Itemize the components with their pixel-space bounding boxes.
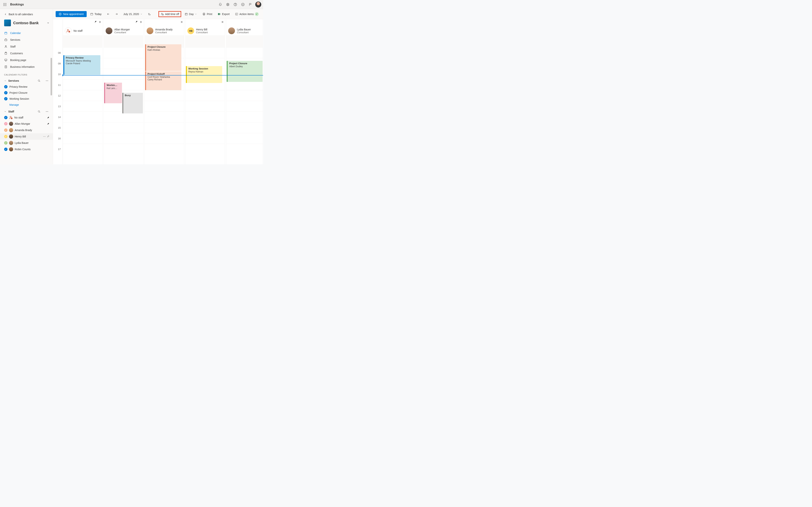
- back-to-calendars-link[interactable]: Back to all calendars: [4, 11, 49, 18]
- svg-point-8: [6, 5, 6, 6]
- person-clock-icon: [160, 12, 164, 16]
- user-avatar[interactable]: [255, 1, 261, 7]
- add-time-off-button[interactable]: Add time off: [158, 11, 181, 17]
- svg-rect-39: [236, 13, 238, 15]
- close-icon[interactable]: ✕: [99, 20, 101, 24]
- staff-filter-henry[interactable]: ✓ Henry Bill ⋯: [0, 133, 53, 140]
- next-day-button[interactable]: [113, 11, 120, 17]
- nav-services[interactable]: Services: [4, 37, 49, 43]
- event-project-kickoff[interactable]: Project Kickoff Conf Room Yelahanka Care…: [145, 71, 182, 90]
- calendar-today-icon: [90, 12, 93, 16]
- main: New appointment Today July 15, 2020 Add …: [53, 9, 263, 164]
- staff-filter-allan[interactable]: ✓ Allan Mungar: [4, 121, 49, 127]
- event-project-closure-amanda[interactable]: Project Closure Katri Ahokas: [145, 44, 182, 71]
- columns-container: ✕ ? No staff Privacy Review Microsoft Te…: [62, 19, 263, 164]
- svg-point-13: [242, 4, 243, 4]
- export-button[interactable]: X Export: [216, 11, 232, 17]
- svg-rect-28: [91, 13, 93, 15]
- event-privacy-review[interactable]: Privacy Review Microsoft Teams Meeting C…: [63, 55, 100, 75]
- search-icon[interactable]: [38, 110, 43, 113]
- flag-icon[interactable]: [247, 1, 254, 8]
- nav-booking-page[interactable]: Booking page: [4, 57, 49, 63]
- staff-filter-no-staff[interactable]: ✓ ? No staff: [4, 115, 49, 121]
- settings-icon[interactable]: [224, 1, 232, 8]
- close-icon[interactable]: ✕: [221, 20, 224, 24]
- weather-icon[interactable]: [146, 11, 153, 17]
- no-staff-avatar-icon: ?: [65, 27, 71, 34]
- pin-icon[interactable]: [47, 122, 49, 125]
- check-icon: ✓: [4, 85, 7, 89]
- org-switcher[interactable]: Contoso Bank: [4, 18, 49, 30]
- svg-point-9: [227, 4, 229, 5]
- svg-point-3: [4, 4, 4, 5]
- event-project-closure-lydia[interactable]: Project Closure Albert Dudley: [227, 61, 263, 82]
- search-icon[interactable]: [38, 79, 43, 82]
- arrow-left-icon: [107, 13, 110, 15]
- nav-calendar[interactable]: Calendar: [4, 30, 49, 37]
- scrollbar[interactable]: [51, 58, 52, 95]
- staff-filter-header[interactable]: Staff ⋯: [4, 109, 49, 115]
- svg-point-30: [161, 13, 162, 14]
- close-icon[interactable]: ✕: [140, 20, 142, 24]
- time-09: 09: [58, 62, 61, 65]
- staff-filter-amanda[interactable]: ✓ Amanda Brady: [4, 127, 49, 133]
- column-no-staff: ✕ ? No staff Privacy Review Microsoft Te…: [63, 19, 102, 164]
- services-filter-header[interactable]: Services ⋯: [4, 78, 49, 84]
- calendar-icon: [4, 32, 7, 35]
- nav-business-info[interactable]: Business information: [4, 63, 49, 70]
- staff-filter-robin[interactable]: ✓ Robin Counts: [4, 146, 49, 153]
- event-busy[interactable]: Busy: [122, 93, 143, 113]
- time-08: 08: [58, 51, 61, 54]
- help-icon[interactable]: [232, 1, 239, 8]
- check-icon: ✓: [4, 122, 7, 125]
- print-button[interactable]: Print: [200, 11, 214, 17]
- service-privacy-review[interactable]: ✓Privacy Review: [4, 84, 49, 90]
- check-icon: ✓: [4, 97, 7, 101]
- today-button[interactable]: Today: [88, 11, 103, 17]
- check-icon: ✓: [4, 91, 7, 95]
- checklist-icon: [235, 12, 238, 16]
- more-icon[interactable]: ⋯: [45, 79, 49, 82]
- column-amanda: ✕ Amanda BradyConsultant Project Closure…: [145, 19, 184, 164]
- svg-point-7: [5, 5, 5, 6]
- nav-staff[interactable]: Staff: [4, 43, 49, 50]
- pin-icon[interactable]: [135, 20, 138, 24]
- column-lydia: Lydia BauerConsultant Project Closure Al…: [226, 19, 263, 164]
- toolbar: New appointment Today July 15, 2020 Add …: [53, 9, 263, 19]
- feedback-icon[interactable]: [239, 1, 247, 8]
- column-henry: ✕ HB Henry BillConsultant Working Sessio…: [185, 19, 225, 164]
- svg-point-0: [4, 3, 4, 4]
- staff-filter-lydia[interactable]: ✓ Lydia Bauer: [4, 140, 49, 146]
- svg-point-6: [4, 5, 4, 6]
- new-appointment-button[interactable]: New appointment: [56, 11, 87, 17]
- more-icon[interactable]: ⋯: [45, 110, 49, 113]
- column-allan: ✕ Allan MungerConsultant Workin… Kat Lar…: [104, 19, 143, 164]
- clipboard-icon: [4, 52, 7, 55]
- pin-icon[interactable]: [94, 20, 97, 24]
- date-picker[interactable]: July 15, 2020: [121, 11, 144, 17]
- service-project-closure[interactable]: ✓Project Closure: [4, 90, 49, 96]
- more-icon[interactable]: ⋯: [43, 135, 46, 138]
- pin-outline-icon[interactable]: [47, 135, 49, 138]
- manage-services-link[interactable]: Manage: [4, 102, 49, 109]
- event-working-session[interactable]: Working Session Reyna Holman: [186, 66, 222, 83]
- event-workin[interactable]: Workin… Kat Lars…: [104, 82, 122, 103]
- service-working-session[interactable]: ✓Working Session: [4, 96, 49, 102]
- close-icon[interactable]: ✕: [181, 20, 183, 24]
- time-13: 13: [58, 105, 61, 108]
- action-items-button[interactable]: Action items ✓: [233, 11, 260, 17]
- nav-customers[interactable]: Customers: [4, 50, 49, 57]
- chevron-down-icon: [4, 79, 6, 82]
- app-launcher-icon[interactable]: [2, 1, 8, 7]
- svg-point-5: [6, 4, 6, 5]
- time-15: 15: [58, 126, 61, 129]
- prev-day-button[interactable]: [105, 11, 112, 17]
- notifications-icon[interactable]: [216, 1, 224, 8]
- top-bar: Bookings: [0, 0, 263, 9]
- svg-rect-37: [219, 13, 220, 15]
- time-12: 12: [58, 94, 61, 97]
- pin-icon[interactable]: [47, 116, 49, 119]
- view-day-button[interactable]: Day: [183, 11, 199, 17]
- chevron-down-icon: [47, 21, 49, 24]
- time-11: 11: [58, 83, 61, 87]
